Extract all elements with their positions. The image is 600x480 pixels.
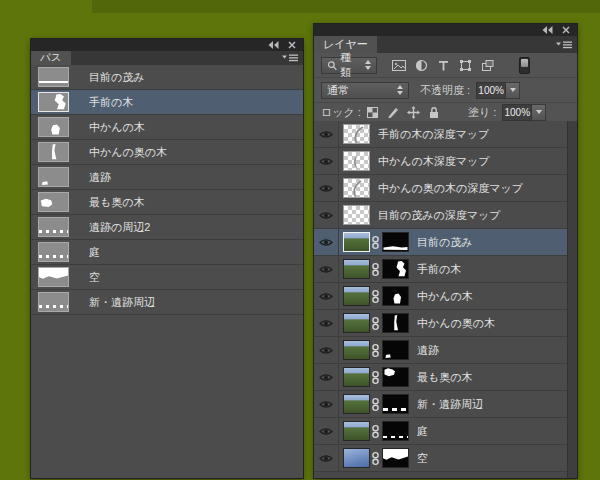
close-panel-icon[interactable] xyxy=(288,41,296,49)
path-thumbnail[interactable] xyxy=(38,167,69,187)
collapse-panel-icon[interactable] xyxy=(268,41,279,49)
path-thumbnail[interactable] xyxy=(38,117,69,137)
lock-transparency-icon[interactable] xyxy=(367,107,378,118)
path-item[interactable]: 中かんの奥の木 xyxy=(31,140,303,165)
layer-thumbnail[interactable] xyxy=(343,259,370,279)
lock-position-icon[interactable] xyxy=(407,106,420,119)
path-item[interactable]: 目前の茂み xyxy=(31,65,303,90)
layer-visibility-toggle[interactable] xyxy=(314,445,339,471)
path-thumbnail[interactable] xyxy=(38,67,69,87)
layer-visibility-toggle[interactable] xyxy=(314,418,339,444)
layer-visibility-toggle[interactable] xyxy=(314,337,339,363)
path-item[interactable]: 遺跡の周辺2 xyxy=(31,215,303,240)
path-item[interactable]: 最も奥の木 xyxy=(31,190,303,215)
link-mask-icon[interactable] xyxy=(371,289,380,304)
tab-paths[interactable]: パス xyxy=(31,51,71,65)
path-item[interactable]: 新・遺跡周辺 xyxy=(31,290,303,315)
layer-item[interactable]: 目前の茂み xyxy=(314,229,567,256)
link-mask-icon[interactable] xyxy=(371,370,380,385)
path-thumbnail[interactable] xyxy=(38,142,69,162)
link-mask-icon[interactable] xyxy=(371,343,380,358)
paths-panel-menu-icon[interactable] xyxy=(282,54,298,62)
smart-object-filter-icon[interactable] xyxy=(481,59,495,72)
layer-mask-thumbnail[interactable] xyxy=(382,286,409,306)
layer-item[interactable]: 中かんの木深度マップ xyxy=(314,148,567,175)
layers-panel-menu-icon[interactable] xyxy=(556,41,572,49)
layer-item[interactable]: 中かんの奥の木 xyxy=(314,310,567,337)
layer-thumbnail[interactable] xyxy=(343,448,370,468)
blend-mode-dropdown[interactable]: 通常 xyxy=(321,82,409,99)
layer-visibility-toggle[interactable] xyxy=(314,391,339,417)
path-thumbnail[interactable] xyxy=(38,267,69,287)
layer-item[interactable]: 手前の木の深度マップ xyxy=(314,121,567,148)
layer-item[interactable]: 新・遺跡周辺 xyxy=(314,391,567,418)
layer-thumbnail[interactable] xyxy=(343,367,370,387)
opacity-dropdown-button[interactable] xyxy=(506,82,520,99)
layer-visibility-toggle[interactable] xyxy=(314,256,339,282)
filter-kind-dropdown[interactable]: 種類 xyxy=(321,57,377,74)
layer-mask-thumbnail[interactable] xyxy=(382,421,409,441)
layer-item[interactable]: 遺跡 xyxy=(314,337,567,364)
shape-filter-icon[interactable] xyxy=(459,59,472,72)
pixel-filter-icon[interactable] xyxy=(392,59,406,72)
layer-thumbnail[interactable] xyxy=(343,232,370,252)
link-mask-icon[interactable] xyxy=(371,235,380,250)
layer-visibility-toggle[interactable] xyxy=(314,283,339,309)
link-mask-icon[interactable] xyxy=(371,316,380,331)
layer-item[interactable]: 庭 xyxy=(314,418,567,445)
layer-visibility-toggle[interactable] xyxy=(314,121,339,147)
depth-map-thumbnail[interactable] xyxy=(343,205,370,225)
layer-thumbnail[interactable] xyxy=(343,313,370,333)
layer-mask-thumbnail[interactable] xyxy=(382,259,409,279)
layer-thumbnail[interactable] xyxy=(343,286,370,306)
path-thumbnail[interactable] xyxy=(38,192,69,212)
layer-visibility-toggle[interactable] xyxy=(314,310,339,336)
layer-thumbnail[interactable] xyxy=(343,340,370,360)
layer-visibility-toggle[interactable] xyxy=(314,148,339,174)
type-filter-icon[interactable] xyxy=(437,59,450,72)
link-mask-icon[interactable] xyxy=(371,424,380,439)
opacity-value[interactable]: 100% xyxy=(476,82,506,99)
layer-mask-thumbnail[interactable] xyxy=(382,313,409,333)
layer-item[interactable]: 目前の茂みの深度マップ xyxy=(314,202,567,229)
link-mask-icon[interactable] xyxy=(371,262,380,277)
adjustment-filter-icon[interactable] xyxy=(415,59,428,72)
path-item[interactable]: 空 xyxy=(31,265,303,290)
layer-item[interactable]: 中かんの奥の木の深度マップ xyxy=(314,175,567,202)
layer-item[interactable]: 手前の木 xyxy=(314,256,567,283)
link-mask-icon[interactable] xyxy=(371,397,380,412)
fill-value[interactable]: 100% xyxy=(502,104,532,121)
path-item[interactable]: 手前の木 xyxy=(31,90,303,115)
path-thumbnail[interactable] xyxy=(38,242,69,262)
layer-item[interactable]: 最も奥の木 xyxy=(314,364,567,391)
path-thumbnail[interactable] xyxy=(38,92,69,112)
layer-thumbnail[interactable] xyxy=(343,421,370,441)
collapse-panel-icon[interactable] xyxy=(542,26,553,34)
lock-pixels-icon[interactable] xyxy=(386,106,399,119)
layer-mask-thumbnail[interactable] xyxy=(382,448,409,468)
close-panel-icon[interactable] xyxy=(562,26,570,34)
path-thumbnail[interactable] xyxy=(38,217,69,237)
lock-all-icon[interactable] xyxy=(428,106,440,119)
link-mask-icon[interactable] xyxy=(371,451,380,466)
path-thumbnail[interactable] xyxy=(38,292,69,312)
path-item[interactable]: 遺跡 xyxy=(31,165,303,190)
path-item[interactable]: 中かんの木 xyxy=(31,115,303,140)
layer-visibility-toggle[interactable] xyxy=(314,229,339,255)
layer-mask-thumbnail[interactable] xyxy=(382,367,409,387)
path-item[interactable]: 庭 xyxy=(31,240,303,265)
layer-visibility-toggle[interactable] xyxy=(314,175,339,201)
fill-dropdown-button[interactable] xyxy=(532,104,546,121)
layer-visibility-toggle[interactable] xyxy=(314,202,339,228)
layer-mask-thumbnail[interactable] xyxy=(382,340,409,360)
layer-item[interactable]: 空 xyxy=(314,445,567,472)
layer-visibility-toggle[interactable] xyxy=(314,364,339,390)
layers-scrollbar[interactable] xyxy=(567,121,577,478)
layer-thumbnail[interactable] xyxy=(343,394,370,414)
layer-mask-thumbnail[interactable] xyxy=(382,394,409,414)
depth-map-thumbnail[interactable] xyxy=(343,151,370,171)
filter-toggle-switch[interactable] xyxy=(519,57,530,74)
depth-map-thumbnail[interactable] xyxy=(343,178,370,198)
layer-item[interactable]: 中かんの木 xyxy=(314,283,567,310)
layer-mask-thumbnail[interactable] xyxy=(382,232,409,252)
